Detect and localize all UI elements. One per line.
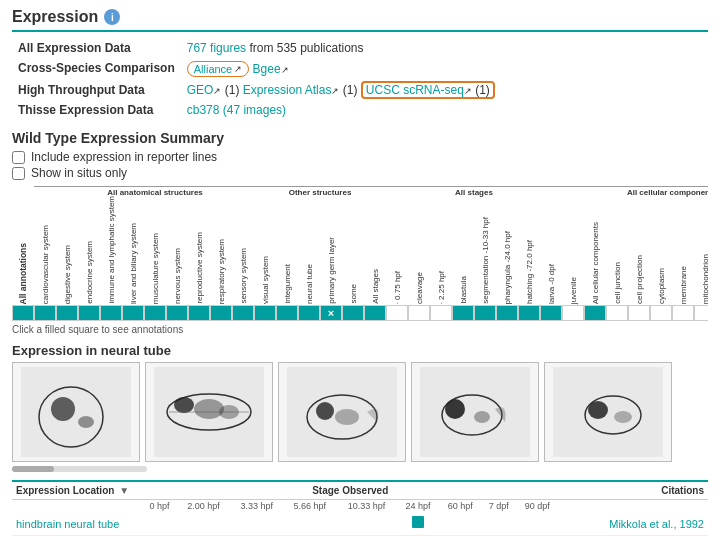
dot-24hpf [397, 512, 439, 536]
image-1[interactable] [12, 362, 140, 462]
sq-cleavage[interactable] [408, 305, 430, 321]
svg-point-21 [614, 411, 632, 423]
col-header-stage: Stage Observed [142, 482, 558, 500]
svg-point-20 [588, 401, 608, 419]
svg-point-17 [474, 411, 490, 423]
sq-075hpf[interactable] [386, 305, 408, 321]
sq-reproductive[interactable] [188, 305, 210, 321]
wild-type-title: Wild Type Expression Summary [12, 130, 708, 146]
stage-0hpf: 0 hpf [142, 500, 177, 513]
thisse-row: Thisse Expression Data cb378 (47 images) [12, 100, 708, 120]
sq-cell-projection[interactable] [628, 305, 650, 321]
geo-link[interactable]: GEO [187, 83, 214, 97]
sq-visual[interactable] [254, 305, 276, 321]
sq-cardiovascular[interactable] [34, 305, 56, 321]
stage-7dpf: 7 dpf [481, 500, 516, 513]
image-4[interactable] [411, 362, 539, 462]
svg-rect-18 [553, 367, 663, 457]
scroll-thumb [12, 466, 54, 472]
col-cardiovascular: cardiovascular system [41, 225, 50, 304]
col-hatching: hatching -72.0 hpf [525, 240, 534, 304]
reporter-lines-label: Include expression in reporter lines [31, 150, 217, 164]
sq-mitochondrion[interactable] [694, 305, 708, 321]
col-stages-all: All stages [371, 269, 380, 304]
filter-icon[interactable]: ▼ [119, 485, 129, 496]
sq-neural-tube[interactable] [298, 305, 320, 321]
reporter-lines-checkbox[interactable] [12, 151, 25, 164]
fish-svg-2 [154, 367, 264, 457]
sq-musculature[interactable] [144, 305, 166, 321]
image-2[interactable] [145, 362, 273, 462]
bgee-link[interactable]: Bgee [253, 62, 281, 76]
col-sensory: sensory system [239, 248, 248, 304]
grid-note: Click a filled square to see annotations [12, 324, 708, 335]
col-nervous: nervous system [173, 248, 182, 304]
alliance-badge[interactable]: Alliance↗ [187, 61, 250, 77]
sq-primary-germ[interactable]: × [320, 305, 342, 321]
col-pharyngula: pharyngula -24.0 hpf [503, 231, 512, 304]
sq-liver[interactable] [122, 305, 144, 321]
sq-integument[interactable] [276, 305, 298, 321]
image-3[interactable] [278, 362, 406, 462]
citation-cell: Mikkola et al., 1992 [558, 512, 708, 536]
col-musculature: musculature system [151, 233, 160, 304]
sq-blastula[interactable] [452, 305, 474, 321]
high-throughput-label: High Throughput Data [12, 80, 181, 100]
citation-link[interactable]: Mikkola et al., 1992 [609, 518, 704, 530]
col-cell-junction: cell junction [613, 262, 622, 304]
high-throughput-value: GEO↗ (1) Expression Atlas↗ (1) UCSC scRN… [181, 80, 708, 100]
image-scrollbar[interactable] [12, 466, 147, 472]
alliance-link[interactable]: Alliance [194, 63, 233, 75]
sq-immune[interactable] [100, 305, 122, 321]
sq-sensory[interactable] [232, 305, 254, 321]
col-neural-tube: neural tube [305, 264, 314, 304]
figures-link[interactable]: 767 figures [187, 41, 246, 55]
col-immune: immune and lymphatic system [107, 196, 116, 304]
dot-566hpf [283, 512, 336, 536]
sq-cell-junction[interactable] [606, 305, 628, 321]
sq-stages-all[interactable] [364, 305, 386, 321]
svg-point-6 [174, 397, 194, 413]
col-reproductive: reproductive system [195, 232, 204, 304]
cross-species-row: Cross-Species Comparison Alliance↗ Bgee↗ [12, 58, 708, 80]
ucsc-scrna-link[interactable]: UCSC scRNA-seq [366, 83, 464, 97]
sq-larva[interactable] [540, 305, 562, 321]
sq-all-annotations[interactable] [12, 305, 34, 321]
expression-atlas-link[interactable]: Expression Atlas [243, 83, 332, 97]
sq-cytoplasm[interactable] [650, 305, 672, 321]
stage-24hpf: 24 hpf [397, 500, 439, 513]
table-row: hindbrain neural tube Mikkola et [12, 512, 708, 536]
col-mitochondrion: mitochondrion [701, 254, 709, 304]
sq-digestive[interactable] [56, 305, 78, 321]
cross-species-value: Alliance↗ Bgee↗ [181, 58, 708, 80]
all-expression-value: 767 figures from 535 publications [181, 38, 708, 58]
sq-segmentation[interactable] [474, 305, 496, 321]
sq-some[interactable] [342, 305, 364, 321]
stage-labels-row: 0 hpf 2.00 hpf 3.33 hpf 5.66 hpf 10.33 h… [12, 500, 708, 513]
col-all-annotations: All annotations [18, 243, 28, 304]
sq-225hpf[interactable] [430, 305, 452, 321]
svg-rect-14 [420, 367, 530, 457]
info-icon[interactable]: i [104, 9, 120, 25]
sq-endocrine[interactable] [78, 305, 100, 321]
sq-membrane[interactable] [672, 305, 694, 321]
sq-respiratory[interactable] [210, 305, 232, 321]
location-cell: hindbrain neural tube [12, 512, 142, 536]
image-5[interactable] [544, 362, 672, 462]
sq-pharyngula[interactable] [496, 305, 518, 321]
col-header-citations: Citations [558, 482, 708, 500]
stage-90dpf: 90 dpf [516, 500, 558, 513]
sq-cell-comp-all[interactable] [584, 305, 606, 321]
sq-juvenile[interactable] [562, 305, 584, 321]
stage-333hpf: 3.33 hpf [230, 500, 283, 513]
location-link[interactable]: hindbrain neural tube [16, 518, 119, 530]
col-digestive: digestive system [63, 245, 72, 304]
col-cleavage: cleavage [415, 272, 424, 304]
table-header-row: Expression Location ▼ Stage Observed Cit… [12, 482, 708, 500]
thisse-link[interactable]: cb378 (47 images) [187, 103, 286, 117]
sq-hatching[interactable] [518, 305, 540, 321]
sq-nervous[interactable] [166, 305, 188, 321]
dot-90dpf [516, 512, 558, 536]
col-primary-germ: primary germ layer [327, 237, 336, 304]
in-situ-checkbox[interactable] [12, 167, 25, 180]
